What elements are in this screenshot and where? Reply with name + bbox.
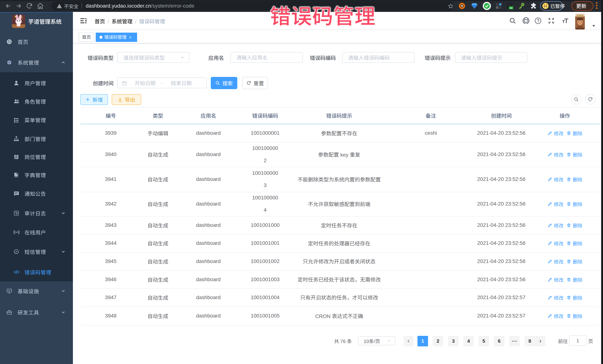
svg-text:on: on [510, 7, 512, 9]
